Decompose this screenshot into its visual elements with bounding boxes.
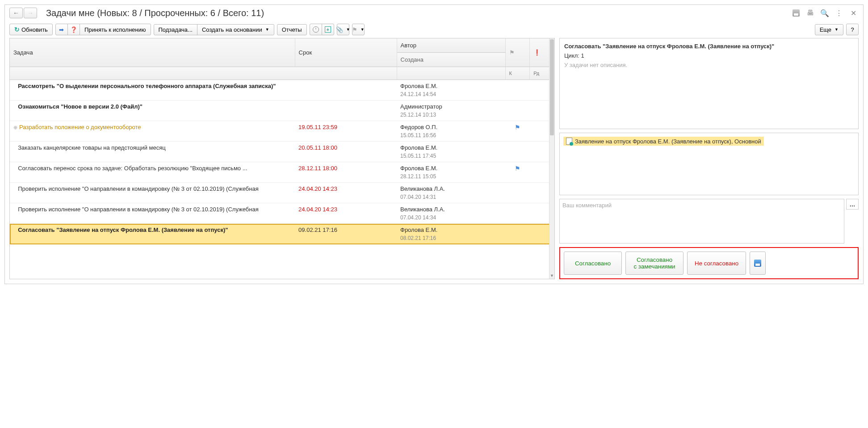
task-due: 28.12.11 18:00 (295, 162, 397, 183)
header-row-1: Задача Срок Автор ⚑ ❗ (10, 38, 554, 53)
comment-input[interactable]: Ваш комментарий (559, 199, 844, 243)
subtask-button[interactable]: Подзадача... (154, 24, 197, 35)
cycle-label: Цикл: (564, 52, 579, 59)
attachment-item[interactable]: Заявление на отпуск Фролова Е.М. (Заявле… (563, 137, 764, 146)
task-title: Разработать положение о документообороте (19, 124, 141, 130)
task-author: Администратор25.12.14 10:13 (397, 101, 505, 121)
paperclip-icon: 📎 (336, 26, 343, 33)
add-button[interactable]: + (322, 24, 334, 35)
detail-description: У задачи нет описания. (564, 62, 854, 124)
col-task[interactable]: Задача (10, 38, 295, 67)
task-title: Проверить исполнение "О направлении в ко… (18, 185, 259, 192)
scrollbar-thumb[interactable] (550, 39, 554, 135)
detail-header-box: Согласовать "Заявление на отпуск Фролова… (559, 38, 859, 129)
detail-cycle: Цикл: 1 (564, 52, 854, 59)
task-created: 07.04.20 14:34 (400, 214, 502, 221)
task-row[interactable]: ⊕Разработать положение о документооборот… (10, 121, 554, 142)
main-content: Задача Срок Автор ⚑ ❗ Создана К Рд (5, 38, 863, 284)
close-icon[interactable]: ✕ (848, 8, 859, 17)
exclamation-icon: ❗ (533, 49, 541, 56)
comment-row: Ваш комментарий … (559, 199, 859, 243)
document-icon (566, 138, 572, 145)
clock-button[interactable] (310, 24, 322, 35)
more-label: Еще (820, 26, 831, 33)
title-bar: ← → Задачи мне (Новых: 8 / Просроченных:… (5, 5, 863, 21)
question-button[interactable]: ❓ (67, 24, 80, 35)
task-author: Фролова Е.М.08.02.21 17:16 (397, 224, 505, 244)
task-title: Согласовать "Заявление на отпуск Фролова… (18, 227, 228, 233)
col-created[interactable]: Создана (397, 53, 505, 67)
nav-buttons: ← → (9, 8, 37, 18)
arrow-right-icon: ➡ (59, 26, 64, 33)
window-title: Задачи мне (Новых: 8 / Просроченных: 6 /… (46, 8, 791, 18)
reject-button[interactable]: Не согласовано (687, 252, 746, 275)
task-row[interactable]: Рассмотреть "О выделении персонального т… (10, 80, 554, 101)
title-actions: 🖶 🔍 ⋮ ✕ (791, 8, 859, 17)
task-row[interactable]: Проверить исполнение "О направлении в ко… (10, 183, 554, 203)
save-icon[interactable] (791, 8, 801, 17)
col-flag[interactable]: ⚑ (505, 38, 530, 67)
question-icon: ❓ (70, 26, 77, 33)
task-row[interactable]: Проверить исполнение "О направлении в ко… (10, 203, 554, 224)
preview-icon[interactable]: 🔍 (819, 8, 830, 17)
task-created: 15.05.11 16:56 (400, 132, 502, 138)
vertical-scrollbar[interactable]: ▲ ▼ (549, 38, 554, 279)
create-based-button[interactable]: Создать на основании▼ (197, 24, 274, 35)
start-task-button[interactable]: ➡ (55, 24, 68, 35)
flag-button[interactable]: ⚑▼ (352, 24, 365, 35)
flag-icon: ⚑ (509, 49, 515, 56)
task-title: Согласовать перенос срока по задаче: Обр… (18, 165, 247, 172)
help-label: ? (851, 26, 854, 33)
back-button[interactable]: ← (9, 8, 23, 18)
task-author: Федоров О.П.15.05.11 16:56 (397, 121, 505, 142)
task-created: 07.04.20 14:31 (400, 194, 502, 200)
refresh-button[interactable]: ↻Обновить (9, 24, 53, 35)
task-scroll-area[interactable]: Задача Срок Автор ⚑ ❗ Создана К Рд (10, 38, 554, 279)
task-flag-cell (505, 183, 530, 203)
help-button[interactable]: ? (846, 24, 859, 35)
task-created: 25.12.14 10:13 (400, 112, 502, 118)
more-button[interactable]: Еще▼ (815, 24, 843, 35)
task-due (295, 101, 397, 121)
approve-notes-line2: с замечаниями (633, 263, 676, 270)
comment-expand-button[interactable]: … (846, 199, 859, 210)
col-due[interactable]: Срок (295, 38, 397, 67)
save-button[interactable] (750, 252, 766, 275)
reports-button[interactable]: Отчеты (277, 24, 307, 35)
action-row: Согласовано Согласовано с замечаниями Не… (559, 247, 859, 279)
task-table: Задача Срок Автор ⚑ ❗ Создана К Рд (10, 38, 554, 244)
task-row[interactable]: Заказать канцелярские товары на предстоя… (10, 142, 554, 162)
col-author[interactable]: Автор (397, 38, 505, 53)
scroll-down-arrow[interactable]: ▼ (549, 273, 554, 279)
task-created: 08.02.21 17:16 (400, 235, 502, 241)
col-k-label[interactable]: К (505, 67, 530, 80)
accept-label: Принять к исполнению (84, 26, 146, 33)
flag-icon: ⚑ (352, 26, 357, 33)
chevron-down-icon: ▼ (834, 27, 839, 32)
header-kr-row: К Рд (10, 67, 554, 80)
flag-icon: ⚑ (515, 124, 520, 131)
task-row[interactable]: Согласовать перенос срока по задаче: Обр… (10, 162, 554, 183)
menu-dots-icon[interactable]: ⋮ (834, 8, 844, 17)
task-row[interactable]: Ознакомиться "Новое в версии 2.0 (Файл)"… (10, 101, 554, 121)
chevron-down-icon: ▼ (361, 27, 365, 32)
forward-button[interactable]: → (24, 8, 37, 18)
refresh-icon: ↻ (14, 26, 20, 33)
task-due: 24.04.20 14:23 (295, 203, 397, 224)
print-icon[interactable]: 🖶 (805, 8, 816, 17)
accept-button[interactable]: Принять к исполнению (80, 24, 151, 35)
task-author: Великанова Л.А.07.04.20 14:31 (397, 183, 505, 203)
task-list-panel: Задача Срок Автор ⚑ ❗ Создана К Рд (9, 38, 555, 279)
approve-with-notes-button[interactable]: Согласовано с замечаниями (625, 252, 683, 275)
create-based-label: Создать на основании (202, 26, 262, 33)
approve-button[interactable]: Согласовано (564, 252, 622, 275)
reports-label: Отчеты (282, 26, 302, 33)
disk-icon (754, 260, 761, 267)
reject-label: Не согласовано (695, 260, 738, 267)
attachment-button[interactable]: 📎▼ (337, 24, 349, 35)
clock-icon (313, 26, 319, 33)
attachment-label: Заявление на отпуск Фролова Е.М. (Заявле… (575, 138, 761, 145)
task-row[interactable]: Согласовать "Заявление на отпуск Фролова… (10, 224, 554, 244)
task-flag-cell (505, 101, 530, 121)
expander-icon[interactable]: ⊕ (13, 125, 17, 130)
